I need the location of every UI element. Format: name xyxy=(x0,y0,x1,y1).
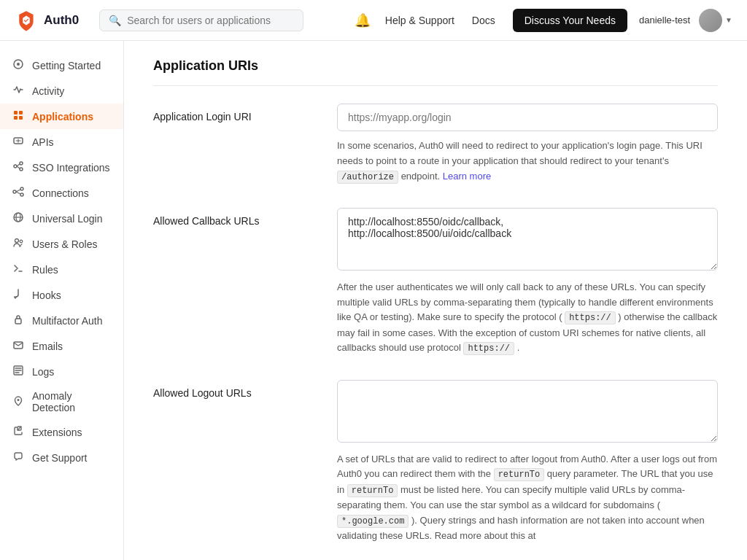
field-desc-login-uri: In some scenarios, Auth0 will need to re… xyxy=(337,139,718,184)
field-label-login-uri: Application Login URI xyxy=(153,104,314,122)
field-desc-logout-urls: A set of URLs that are valid to redirect… xyxy=(337,452,718,544)
field-textarea-logout-urls[interactable] xyxy=(337,380,718,443)
svg-point-15 xyxy=(15,239,19,243)
field-label-callback-urls: Allowed Callback URLs xyxy=(153,208,314,227)
search-icon: 🔍 xyxy=(109,15,121,26)
field-row-logout-urls: Allowed Logout URLsA set of URLs that ar… xyxy=(153,380,718,544)
logo-text: Auth0 xyxy=(44,13,79,28)
top-navigation: Auth0 🔍 🔔 Help & Support Docs Discuss Yo… xyxy=(0,0,747,41)
discuss-needs-button[interactable]: Discuss Your Needs xyxy=(513,9,627,32)
svg-point-8 xyxy=(20,162,23,165)
sidebar-item-anomaly-detection[interactable]: Anomaly Detection xyxy=(0,384,123,419)
help-support-link[interactable]: Help & Support xyxy=(385,15,454,26)
sidebar-item-label: Connections xyxy=(32,187,89,199)
svg-point-9 xyxy=(20,168,23,171)
field-content-callback-urls: After the user authenticates we will onl… xyxy=(337,208,718,357)
user-display-name: danielle-test xyxy=(639,15,690,26)
connections-icon xyxy=(12,186,25,200)
field-textarea-callback-urls[interactable] xyxy=(337,208,718,271)
sidebar-item-label: APIs xyxy=(32,136,54,148)
svg-rect-2 xyxy=(14,111,18,114)
user-menu[interactable]: danielle-test ▼ xyxy=(639,9,732,32)
field-content-login-uri: In some scenarios, Auth0 will need to re… xyxy=(337,104,718,184)
sidebar-item-universal-login[interactable]: Universal Login xyxy=(0,206,123,231)
multifactor-auth-icon xyxy=(12,314,25,327)
apis-icon xyxy=(12,135,25,149)
sidebar-item-label: Activity xyxy=(32,85,64,97)
sidebar-item-get-support[interactable]: Get Support xyxy=(0,445,123,470)
field-row-login-uri: Application Login URIIn some scenarios, … xyxy=(153,104,718,184)
sidebar-item-label: Hooks xyxy=(32,289,61,301)
sidebar-item-extensions[interactable]: Extensions xyxy=(0,419,123,445)
sidebar: Getting StartedActivityApplicationsAPIsS… xyxy=(0,41,124,560)
field-label-logout-urls: Allowed Logout URLs xyxy=(153,380,314,399)
sidebar-item-label: Universal Login xyxy=(32,213,103,225)
svg-point-11 xyxy=(20,187,23,190)
main-content: Application URIs Application Login URIIn… xyxy=(124,41,747,560)
sidebar-item-label: Anomaly Detection xyxy=(32,390,112,413)
sidebar-item-label: Get Support xyxy=(32,452,88,464)
sidebar-item-emails[interactable]: Emails xyxy=(0,333,123,359)
sidebar-item-label: Logs xyxy=(32,366,54,378)
field-desc-callback-urls: After the user authenticates we will onl… xyxy=(337,280,718,357)
svg-point-20 xyxy=(18,399,20,401)
notifications-bell-icon[interactable]: 🔔 xyxy=(355,12,371,28)
emails-icon xyxy=(12,339,25,353)
avatar xyxy=(699,9,722,32)
svg-point-16 xyxy=(20,240,23,243)
svg-rect-4 xyxy=(14,116,18,120)
rules-icon xyxy=(12,262,25,276)
search-bar[interactable]: 🔍 xyxy=(99,9,303,31)
svg-rect-5 xyxy=(19,116,23,120)
sidebar-item-activity[interactable]: Activity xyxy=(0,78,123,104)
get-support-icon xyxy=(12,451,25,464)
activity-icon xyxy=(12,84,25,98)
applications-icon xyxy=(12,109,25,123)
extensions-icon xyxy=(12,425,25,439)
users-roles-icon xyxy=(12,237,25,251)
sidebar-item-label: Rules xyxy=(32,264,58,276)
sidebar-item-hooks[interactable]: Hooks xyxy=(0,282,123,308)
universal-login-icon xyxy=(12,211,25,225)
hooks-icon xyxy=(12,288,25,302)
sidebar-item-label: SSO Integrations xyxy=(32,162,110,174)
sidebar-item-apis[interactable]: APIs xyxy=(0,129,123,155)
sso-integrations-icon xyxy=(12,160,25,174)
svg-point-10 xyxy=(13,190,16,193)
svg-rect-3 xyxy=(19,111,23,114)
field-input-login-uri[interactable] xyxy=(337,104,718,131)
auth0-logo-icon xyxy=(15,9,38,32)
user-menu-chevron-icon: ▼ xyxy=(725,16,732,24)
field-row-callback-urls: Allowed Callback URLsAfter the user auth… xyxy=(153,208,718,357)
svg-rect-17 xyxy=(15,319,21,324)
logs-icon xyxy=(12,365,25,378)
sidebar-item-sso-integrations[interactable]: SSO Integrations xyxy=(0,155,123,180)
sidebar-item-applications[interactable]: Applications xyxy=(0,104,123,129)
sidebar-item-label: Applications xyxy=(32,111,93,122)
sidebar-item-label: Getting Started xyxy=(32,60,101,71)
app-layout: Getting StartedActivityApplicationsAPIsS… xyxy=(0,41,747,560)
search-input[interactable] xyxy=(127,15,294,26)
sidebar-item-connections[interactable]: Connections xyxy=(0,180,123,206)
sidebar-item-multifactor-auth[interactable]: Multifactor Auth xyxy=(0,308,123,333)
anomaly-detection-icon xyxy=(12,395,25,409)
section-title: Application URIs xyxy=(153,58,718,86)
svg-point-1 xyxy=(17,63,20,66)
svg-point-12 xyxy=(20,193,23,196)
sidebar-item-logs[interactable]: Logs xyxy=(0,359,123,384)
sidebar-item-label: Users & Roles xyxy=(32,238,97,250)
sidebar-item-users-roles[interactable]: Users & Roles xyxy=(0,231,123,257)
sidebar-item-label: Extensions xyxy=(32,427,82,438)
logo[interactable]: Auth0 xyxy=(15,9,79,32)
sidebar-item-label: Multifactor Auth xyxy=(32,315,103,327)
svg-point-7 xyxy=(14,165,17,168)
getting-started-icon xyxy=(12,58,25,72)
sidebar-item-rules[interactable]: Rules xyxy=(0,257,123,282)
field-content-logout-urls: A set of URLs that are valid to redirect… xyxy=(337,380,718,544)
docs-link[interactable]: Docs xyxy=(472,15,495,26)
sidebar-item-label: Emails xyxy=(32,341,63,352)
sidebar-item-getting-started[interactable]: Getting Started xyxy=(0,52,123,78)
